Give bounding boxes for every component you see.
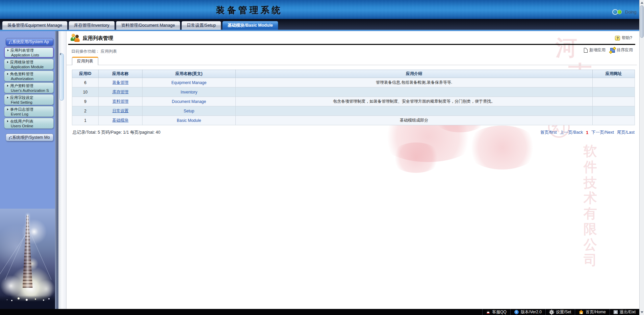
banner-texture <box>0 0 644 19</box>
page-title: 应用列表管理 <box>83 35 113 42</box>
info-icon: i <box>514 310 519 314</box>
cell-app-id: 10 <box>72 87 99 97</box>
table-row: 6 装备管理 Equipment Manage 管理装备信息,包括装备检测,装备… <box>72 78 635 87</box>
statusbar-label: 首页/Home <box>586 309 606 315</box>
tab-equipment-manage[interactable]: 装备管理/Equipment Manage <box>2 21 68 30</box>
sidebar-item-event-log[interactable]: 事件日志管理 Event Log <box>4 106 54 117</box>
pager-last-link[interactable]: 尾页/Last <box>617 130 635 135</box>
logout-icon <box>614 310 618 314</box>
item-label-en: Event Log <box>6 112 53 116</box>
gear-icon <box>550 311 553 314</box>
collapse-left-icon <box>59 53 61 55</box>
app-name-en-link[interactable]: Basic Module <box>177 118 201 123</box>
scroll-up-icon[interactable] <box>641 2 643 4</box>
cell-app-id: 1 <box>72 116 99 125</box>
tab-basic-module[interactable]: 基础模块/Basic Module <box>222 21 278 30</box>
table-header-row: 应用ID 应用名称 应用名称(英文) 应用介绍 应用网址 <box>72 70 635 78</box>
scrollbar-thumb[interactable] <box>640 5 644 38</box>
sparkle-icon <box>9 137 10 138</box>
tab-setup[interactable]: 日常设置/Setup <box>181 21 221 30</box>
scroll-down-icon[interactable] <box>641 311 643 313</box>
status-indicator-label: Doing <box>625 9 637 15</box>
arrow-right-icon <box>7 61 8 63</box>
top-banner: 装备管理系统 Doing <box>0 0 644 19</box>
cell-app-desc <box>236 106 593 116</box>
tab-document-manage[interactable]: 资料管理/Document Manage <box>116 21 180 30</box>
app-name-link[interactable]: 日常设置 <box>112 108 129 113</box>
cell-app-url <box>593 87 635 97</box>
watermark-char: 件 <box>583 158 598 176</box>
table-row: 9 资料管理 Document Manage 包含各项管理制度，如装备管理制度、… <box>72 97 635 106</box>
statusbar-version[interactable]: i 版本/Ver2.0 <box>510 309 545 315</box>
app-name-en-link[interactable]: Equipment Manage <box>171 80 206 85</box>
sidebar-edge-bar <box>55 31 58 309</box>
sidebar-item-field-setting[interactable]: 应用字段设定 Field Setting <box>4 94 54 105</box>
item-label-zh: 应用列表管理 <box>10 48 34 53</box>
table-row: 1 基础模块 Basic Module 基础模组成部分 <box>72 116 635 125</box>
home-icon <box>579 310 584 314</box>
cell-app-url <box>593 116 635 125</box>
app-name-link[interactable]: 库存管理 <box>112 89 129 94</box>
app-name-en-link[interactable]: Inventory <box>181 90 197 95</box>
sort-application-label: 排序应用 <box>617 47 633 53</box>
statusbar-label: 退出/Eixt <box>620 309 636 315</box>
arrow-right-icon <box>7 120 8 122</box>
tab-inventory[interactable]: 库存管理/Inventory <box>69 21 115 30</box>
pager-next-link[interactable]: 下一页/Next <box>591 130 614 135</box>
statusbar-qq-service[interactable]: 客服QQ <box>482 309 510 315</box>
sidebar-section-system-maintenance[interactable]: 系统维护/System Mo <box>6 134 53 141</box>
statusbar-exit[interactable]: 退出/Eixt <box>610 309 639 315</box>
oilrig-photo <box>0 209 55 309</box>
cell-app-desc: 包含各项管理制度，如装备管理制度、安全管理方面的规章制度等，分门别类，便于查找。 <box>236 97 593 106</box>
sidebar: 系统应用/System Ap 应用列表管理 Application Lists … <box>0 31 55 309</box>
sidebar-item-authorization[interactable]: 角色资料管理 Authorization <box>4 71 54 81</box>
item-label-zh: 在线用户列表 <box>10 119 33 124</box>
arrow-right-icon <box>7 108 8 110</box>
watermark-char: 有 <box>583 204 598 223</box>
rig-mast-light <box>27 215 28 289</box>
cell-app-id: 6 <box>72 78 99 87</box>
tab-baseline <box>67 65 637 65</box>
sort-application-button[interactable]: 排序应用 <box>610 47 633 53</box>
item-label-en: Users Online <box>6 124 53 128</box>
splitter-collapse-handle[interactable] <box>59 53 64 101</box>
pagination-bar: 总记录/Total: 5 页码/Page: 1/1 每页/paginal: 40… <box>72 129 635 136</box>
sidebar-section-system-application[interactable]: 系统应用/System Ap <box>6 38 53 46</box>
app-name-en-link[interactable]: Document Manage <box>172 99 206 104</box>
cell-app-desc <box>236 87 593 97</box>
rig-lights <box>7 299 7 300</box>
sidebar-item-users-authorization[interactable]: 用户资料管理 User's Authorization S <box>4 82 54 93</box>
status-dot-green-icon <box>617 10 622 14</box>
tab-application-list[interactable]: 应用列表 <box>72 57 98 65</box>
app-name-en-link[interactable]: Setup <box>184 109 194 113</box>
item-label-zh: 应用模块管理 <box>10 60 33 64</box>
pagination-summary: 总记录/Total: 5 页码/Page: 1/1 每页/paginal: 40 <box>73 130 160 135</box>
pager-prev-link[interactable]: 上一页/Back <box>560 130 583 135</box>
pager-current-page: 1 <box>586 130 588 135</box>
vertical-scrollbar[interactable] <box>639 0 644 315</box>
operation-info-row: 目前操作功能： 应用列表 新增应用 排序应用 <box>67 46 637 53</box>
app-name-link[interactable]: 基础模块 <box>112 118 129 123</box>
qq-penguin-icon <box>486 310 490 314</box>
col-app-url: 应用网址 <box>593 70 635 78</box>
item-label-zh: 应用字段设定 <box>10 95 33 100</box>
sidebar-item-users-online[interactable]: 在线用户列表 Users Online <box>4 118 54 129</box>
sidebar-item-application-lists[interactable]: 应用列表管理 Application Lists <box>4 47 54 58</box>
new-application-button[interactable]: 新增应用 <box>584 47 606 53</box>
main-nav-tabbar: 装备管理/Equipment Manage 库存管理/Inventory 资料管… <box>0 19 644 30</box>
watermark-char: 技 <box>583 174 598 192</box>
statusbar-settings[interactable]: 设置/Set <box>545 309 575 315</box>
pager-first-link[interactable]: 首页/first <box>540 130 557 135</box>
app-name-link[interactable]: 装备管理 <box>112 80 129 85</box>
splitter-gutter <box>58 31 66 309</box>
statusbar-home[interactable]: 首页/Home <box>575 309 609 315</box>
watermark-char: 软 <box>583 142 598 160</box>
current-function-label: 目前操作功能： 应用列表 <box>71 49 117 54</box>
app-name-link[interactable]: 资料管理 <box>112 99 129 104</box>
sort-list-icon <box>610 48 615 53</box>
help-button[interactable]: ? 帮助? <box>615 35 632 41</box>
col-app-name-en: 应用名称(英文) <box>143 70 236 78</box>
arrow-right-icon <box>7 85 8 87</box>
sidebar-item-application-module[interactable]: 应用模块管理 Application Module <box>4 59 54 70</box>
col-app-name: 应用名称 <box>99 70 143 78</box>
